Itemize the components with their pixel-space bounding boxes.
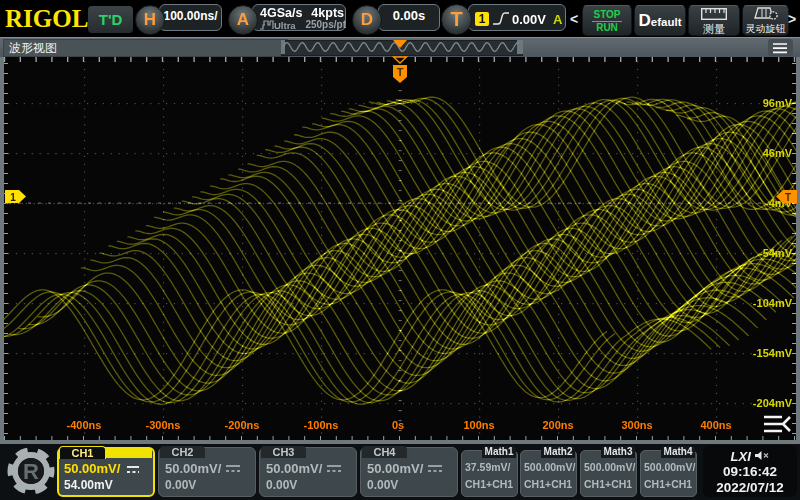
- svg-text:1: 1: [10, 192, 16, 203]
- svg-text:T: T: [785, 192, 791, 203]
- svg-text:R: R: [23, 459, 39, 484]
- svg-text:T: T: [397, 66, 404, 78]
